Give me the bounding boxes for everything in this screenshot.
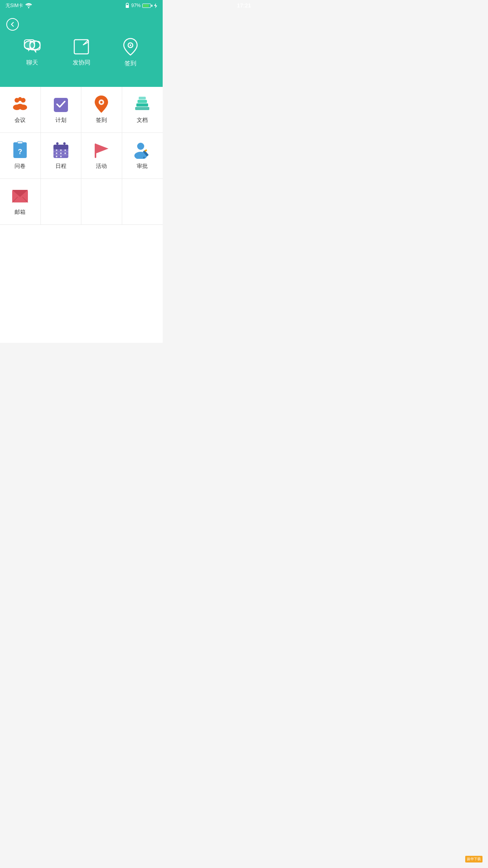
svg-rect-31 <box>53 145 68 149</box>
svg-text:?: ? <box>18 148 22 156</box>
docs-label: 文档 <box>137 117 148 124</box>
header: 聊天 发协同 <box>0 11 163 87</box>
chat-icon <box>23 39 41 55</box>
activity-item[interactable]: 活动 <box>81 133 122 178</box>
meeting-item[interactable]: 会议 <box>0 87 41 132</box>
status-bar: 无SIM卡 17:21 97% <box>0 0 163 11</box>
approval-icon <box>134 142 151 159</box>
lock-icon <box>125 3 130 8</box>
plan-icon <box>52 96 70 113</box>
svg-rect-28 <box>18 142 22 143</box>
back-button[interactable] <box>0 15 163 34</box>
activity-label: 活动 <box>96 163 107 170</box>
white-area <box>0 225 163 343</box>
wifi-icon <box>26 3 32 8</box>
svg-marker-1 <box>154 3 157 8</box>
status-left: 无SIM卡 <box>6 2 32 9</box>
svg-point-40 <box>64 149 66 151</box>
checkin-icon <box>93 96 110 113</box>
mail-icon <box>11 188 29 205</box>
back-circle <box>6 18 19 31</box>
svg-rect-23 <box>138 100 147 103</box>
docs-item[interactable]: 文档 <box>122 87 163 132</box>
survey-icon: ? <box>11 142 29 159</box>
send-agreement-label: 发协同 <box>73 59 90 66</box>
svg-rect-24 <box>139 97 146 99</box>
svg-rect-0 <box>126 5 129 8</box>
svg-point-38 <box>56 149 57 151</box>
svg-point-44 <box>56 156 57 157</box>
schedule-item[interactable]: 日程 <box>41 133 82 178</box>
svg-point-17 <box>17 104 24 108</box>
svg-point-16 <box>18 97 22 101</box>
checkin-item[interactable]: 签到 <box>81 87 122 132</box>
svg-point-39 <box>60 149 62 151</box>
svg-point-20 <box>100 101 103 103</box>
svg-point-11 <box>130 44 131 46</box>
battery-percent: 97% <box>131 3 141 8</box>
schedule-label: 日程 <box>55 163 66 170</box>
schedule-icon <box>52 142 70 159</box>
grid-empty-1 <box>41 179 82 224</box>
svg-rect-46 <box>95 143 96 158</box>
grid-row-1: 会议 计划 签到 <box>0 87 163 133</box>
status-right: 97% <box>125 3 157 8</box>
svg-point-42 <box>60 153 62 154</box>
grid-row-3: 邮箱 <box>0 179 163 225</box>
svg-rect-22 <box>136 103 148 107</box>
checkin-label: 签到 <box>96 117 107 124</box>
activity-icon <box>93 142 110 159</box>
grid-empty-2 <box>81 179 122 224</box>
svg-point-41 <box>56 153 57 154</box>
meeting-label: 会议 <box>15 117 26 124</box>
grid-row-2: ? 问卷 <box>0 133 163 179</box>
grid-section: 会议 计划 签到 <box>0 87 163 225</box>
approval-item[interactable]: 审批 <box>122 133 163 178</box>
charging-icon <box>154 3 157 8</box>
mail-item[interactable]: 邮箱 <box>0 179 41 224</box>
back-arrow-icon <box>10 22 15 27</box>
checkin-header-label: 签到 <box>125 60 136 67</box>
carrier-text: 无SIM卡 <box>6 2 23 9</box>
svg-point-43 <box>64 153 66 154</box>
plan-item[interactable]: 计划 <box>41 87 82 132</box>
svg-point-48 <box>137 143 144 150</box>
svg-point-45 <box>60 156 62 157</box>
svg-rect-21 <box>135 107 149 110</box>
survey-label: 问卷 <box>15 163 26 170</box>
mail-label: 邮箱 <box>15 209 26 216</box>
approval-label: 审批 <box>137 163 148 170</box>
chat-label: 聊天 <box>26 59 38 66</box>
svg-marker-47 <box>96 144 108 153</box>
plan-label: 计划 <box>55 117 66 124</box>
docs-icon <box>134 96 151 113</box>
checkin-header-icon <box>123 38 138 56</box>
meeting-icon <box>11 96 29 113</box>
battery-icon <box>142 4 152 8</box>
checkin-header-action[interactable]: 签到 <box>106 38 155 67</box>
chat-action[interactable]: 聊天 <box>8 39 57 66</box>
send-agreement-icon <box>73 39 90 55</box>
send-agreement-action[interactable]: 发协同 <box>57 39 106 66</box>
top-actions: 聊天 发协同 <box>0 34 163 75</box>
grid-empty-3 <box>122 179 163 224</box>
survey-item[interactable]: ? 问卷 <box>0 133 41 178</box>
